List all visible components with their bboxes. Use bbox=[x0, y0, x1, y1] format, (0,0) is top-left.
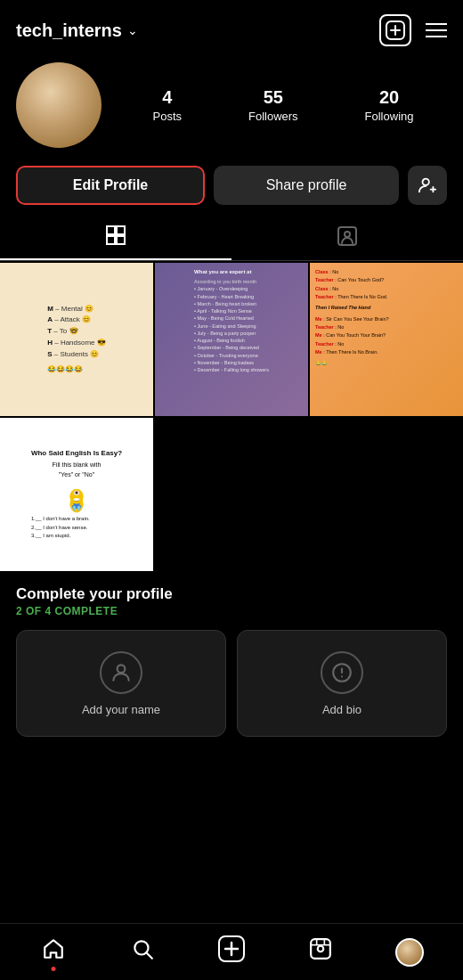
tab-tagged[interactable] bbox=[232, 217, 463, 260]
followers-count: 55 bbox=[264, 87, 283, 108]
tag-person-icon bbox=[337, 225, 358, 252]
header-right bbox=[379, 14, 447, 46]
bio-icon bbox=[321, 651, 363, 694]
nav-home[interactable] bbox=[31, 930, 76, 975]
add-name-label: Add your name bbox=[82, 703, 160, 716]
posts-count: 4 bbox=[162, 87, 172, 108]
nav-avatar bbox=[395, 938, 424, 967]
posts-stat[interactable]: 4 Posts bbox=[152, 87, 182, 123]
grid-item[interactable]: Class : No Teacher : Can You Touch God? … bbox=[310, 263, 463, 416]
profile-section: 4 Posts 55 Followers 20 Following bbox=[0, 55, 463, 162]
svg-rect-7 bbox=[117, 226, 125, 234]
svg-rect-8 bbox=[107, 236, 115, 244]
avatar[interactable] bbox=[16, 62, 102, 148]
person-icon bbox=[100, 651, 142, 694]
reels-icon bbox=[309, 937, 332, 967]
svg-rect-21 bbox=[71, 500, 74, 506]
svg-point-35 bbox=[318, 946, 324, 952]
followers-label: Followers bbox=[248, 110, 298, 123]
bottom-nav bbox=[0, 923, 463, 980]
svg-point-28 bbox=[341, 675, 343, 677]
complete-profile-section: Complete your profile 2 OF 4 COMPLETE Ad… bbox=[0, 571, 463, 746]
add-person-button[interactable] bbox=[408, 166, 447, 205]
home-icon bbox=[42, 937, 65, 967]
svg-point-11 bbox=[345, 232, 350, 237]
complete-subtitle: 2 OF 4 COMPLETE bbox=[16, 605, 447, 617]
add-bio-card[interactable]: Add bio bbox=[237, 630, 447, 737]
svg-rect-34 bbox=[311, 939, 330, 959]
add-name-card[interactable]: Add your name bbox=[16, 630, 226, 737]
header-left: tech_interns ⌄ bbox=[16, 20, 138, 41]
complete-cards: Add your name Add bio bbox=[16, 630, 447, 737]
edit-profile-button[interactable]: Edit Profile bbox=[16, 166, 205, 205]
complete-title: Complete your profile bbox=[16, 585, 447, 603]
nav-add[interactable] bbox=[209, 930, 254, 975]
grid-item[interactable]: Who Said English Is Easy? Fill this blan… bbox=[0, 418, 153, 571]
svg-rect-9 bbox=[117, 236, 125, 244]
nav-search[interactable] bbox=[120, 930, 165, 975]
svg-rect-24 bbox=[77, 506, 80, 511]
search-icon bbox=[131, 937, 154, 967]
svg-rect-23 bbox=[73, 506, 76, 511]
header: tech_interns ⌄ bbox=[0, 0, 463, 55]
svg-rect-6 bbox=[107, 226, 115, 234]
share-profile-button[interactable]: Share profile bbox=[214, 166, 399, 205]
nav-profile[interactable] bbox=[387, 930, 432, 975]
grid-item[interactable]: M – Mental 😊 A – Attack 😊 T – To 🤓 H – H… bbox=[0, 263, 153, 416]
new-post-icon[interactable] bbox=[379, 14, 411, 46]
add-icon bbox=[218, 935, 245, 968]
username[interactable]: tech_interns bbox=[16, 20, 122, 41]
grid-item[interactable]: What you are expert at According to you … bbox=[155, 263, 308, 416]
svg-point-19 bbox=[76, 492, 77, 494]
tabs bbox=[0, 217, 463, 261]
chevron-down-icon[interactable]: ⌄ bbox=[127, 23, 138, 37]
following-stat[interactable]: 20 Following bbox=[365, 87, 414, 123]
posts-label: Posts bbox=[152, 110, 182, 123]
nav-reels[interactable] bbox=[298, 930, 343, 975]
svg-line-30 bbox=[146, 952, 152, 959]
tab-grid[interactable] bbox=[0, 217, 232, 260]
stats-row: 4 Posts 55 Followers 20 Following bbox=[119, 87, 447, 123]
add-bio-label: Add bio bbox=[322, 703, 361, 716]
following-count: 20 bbox=[379, 87, 399, 108]
hamburger-menu-icon[interactable] bbox=[426, 23, 447, 37]
svg-rect-22 bbox=[79, 500, 82, 506]
action-buttons: Edit Profile Share profile bbox=[0, 162, 463, 217]
photo-grid: M – Mental 😊 A – Attack 😊 T – To 🤓 H – H… bbox=[0, 263, 463, 571]
followers-stat[interactable]: 55 Followers bbox=[248, 87, 298, 123]
grid-icon bbox=[105, 225, 126, 251]
svg-point-3 bbox=[423, 179, 429, 185]
svg-point-25 bbox=[118, 665, 126, 673]
following-label: Following bbox=[365, 110, 414, 123]
